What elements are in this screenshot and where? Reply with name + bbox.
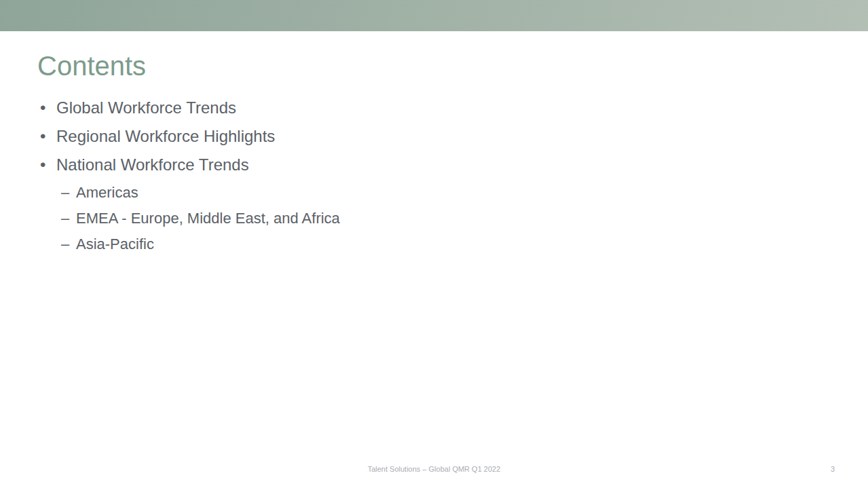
dash-icon: –: [61, 236, 76, 252]
list-item-label: Regional Workforce Highlights: [56, 128, 275, 145]
bullet-icon: •: [37, 156, 56, 174]
list-sub-item: – EMEA - Europe, Middle East, and Africa: [61, 210, 340, 227]
dash-icon: –: [61, 185, 76, 201]
contents-list: • Global Workforce Trends • Regional Wor…: [37, 99, 340, 262]
dash-icon: –: [61, 210, 76, 227]
list-item: • National Workforce Trends: [37, 156, 340, 174]
slide-footer: Talent Solutions – Global QMR Q1 2022: [0, 465, 868, 473]
page-title: Contents: [37, 50, 146, 81]
bullet-icon: •: [37, 99, 56, 117]
list-sub-item: – Americas: [61, 185, 340, 201]
list-item-label: National Workforce Trends: [56, 156, 249, 174]
list-item-label: Global Workforce Trends: [56, 99, 236, 117]
slide-header-bar: [0, 0, 868, 31]
list-item: • Regional Workforce Highlights: [37, 128, 340, 145]
bullet-icon: •: [37, 128, 56, 145]
list-item: • Global Workforce Trends: [37, 99, 340, 117]
presentation-slide: Contents • Global Workforce Trends • Reg…: [0, 0, 868, 488]
slide-page-number: 3: [831, 465, 835, 473]
list-sub-item-label: EMEA - Europe, Middle East, and Africa: [76, 210, 340, 227]
list-sub-item: – Asia-Pacific: [61, 236, 340, 252]
list-sub-item-label: Americas: [76, 185, 138, 201]
list-sub-item-label: Asia-Pacific: [76, 236, 154, 252]
